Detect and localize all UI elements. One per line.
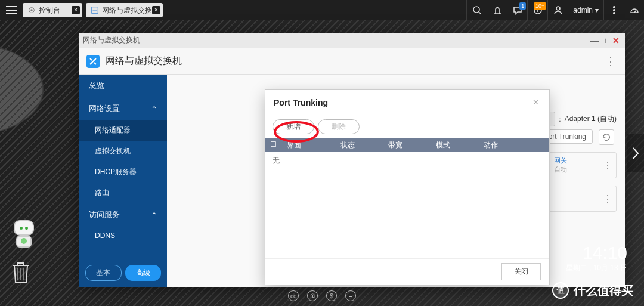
sidebar: 总览 网络设置⌄ 网络适配器 虚拟交换机 DHCP服务器 路由 访问服务⌄ DD… (79, 75, 167, 287)
mode-advanced-button[interactable]: 高级 (125, 265, 162, 281)
more-icon[interactable] (603, 0, 624, 20)
clock-time: 14:10 (566, 243, 627, 263)
gear-icon (27, 6, 36, 14)
nd-icon: = (345, 290, 356, 301)
dashboard-icon[interactable] (624, 0, 644, 20)
minimize-icon[interactable]: — (519, 98, 530, 107)
col-interface: 界面 (282, 138, 336, 152)
delete-button[interactable]: 删除 (318, 119, 360, 134)
card-subtitle: 自动 (554, 165, 567, 174)
adapter-label: Adapter 1 (自动) (565, 114, 617, 124)
sidebar-item-dhcp[interactable]: DHCP服务器 (79, 162, 167, 183)
svg-point-3 (473, 7, 479, 13)
refresh-icon[interactable] (599, 129, 614, 145)
sidebar-item-ddns[interactable]: DDNS (79, 226, 167, 245)
taskbar-tray: 1 10+ admin ▾ (466, 0, 644, 20)
app-icon (86, 55, 100, 68)
search-icon[interactable] (466, 0, 487, 20)
taskbar-tab-console[interactable]: 控制台 × (23, 3, 82, 17)
app-header: 网络与虚拟交换机 ⋮ (79, 48, 625, 75)
table-empty: 无 (265, 152, 549, 258)
svg-point-5 (556, 7, 560, 10)
dialog-toolbar: 新增 删除 (265, 115, 549, 138)
close-icon[interactable]: ✕ (611, 35, 621, 46)
checkbox-header[interactable]: ☐ (265, 138, 282, 152)
col-mode: 模式 (431, 138, 479, 152)
network-icon (91, 6, 99, 14)
by-icon: ① (307, 290, 318, 301)
clock-date: 星期二 , 10月 13 日 (566, 263, 627, 273)
app-title: 网络与虚拟交换机 (106, 55, 182, 67)
card-more-icon[interactable]: ⋮ (603, 160, 611, 171)
sidebar-group-network[interactable]: 网络设置⌄ (79, 97, 167, 120)
tab-label: 网络与虚拟交换... (102, 5, 158, 16)
close-icon[interactable]: × (152, 6, 160, 14)
updates-icon[interactable] (487, 0, 507, 20)
svg-point-6 (613, 7, 615, 8)
user-icon[interactable] (547, 0, 568, 20)
sidebar-group-access[interactable]: 访问服务⌄ (79, 203, 167, 226)
close-button[interactable]: 关闭 (501, 263, 541, 280)
add-button[interactable]: 新增 (273, 119, 314, 134)
info-icon[interactable]: 10+ (527, 0, 547, 20)
port-trunking-dialog: Port Trunking — ✕ 新增 删除 ☐ 界面 状态 带宽 模式 动作 (265, 89, 550, 285)
mode-basic-button[interactable]: 基本 (85, 265, 122, 281)
app-window: 网络与虚拟交换机 — + ✕ 网络与虚拟交换机 ⋮ 总览 网络设置⌄ 网络适配器… (79, 33, 625, 287)
minimize-icon[interactable]: — (589, 35, 600, 46)
desktop-clock: 14:10 星期二 , 10月 13 日 (566, 243, 627, 273)
app-more-icon[interactable]: ⋮ (603, 55, 618, 68)
desktop-dock (11, 220, 37, 283)
main-panel: 默认网关 : Adapter 1 (自动) + Port Trunking rl… (167, 75, 625, 287)
close-icon[interactable]: ✕ (530, 98, 541, 107)
svg-point-8 (613, 13, 615, 14)
cc-icon: cc (288, 290, 299, 301)
watermark-text: 什么值得买 (574, 283, 633, 299)
close-icon[interactable]: × (72, 6, 80, 14)
window-titlebar[interactable]: 网络与虚拟交换机 — + ✕ (79, 33, 625, 48)
col-status: 状态 (336, 138, 383, 152)
card-more-icon[interactable]: ⋮ (603, 193, 611, 205)
menu-icon[interactable] (0, 0, 23, 20)
sidebar-item-adapter[interactable]: 网络适配器 (79, 120, 167, 141)
trash-icon[interactable] (11, 259, 31, 283)
badge: 1 (519, 2, 526, 10)
sidebar-footer: 基本 高级 (79, 259, 167, 287)
sidebar-group-overview[interactable]: 总览 (79, 75, 167, 97)
tab-label: 控制台 (39, 5, 60, 16)
username-display[interactable]: admin ▾ (568, 0, 603, 20)
speech-icon[interactable]: 1 (507, 0, 527, 20)
maximize-icon[interactable]: + (600, 35, 611, 46)
assistant-icon[interactable] (11, 220, 37, 249)
dialog-title: Port Trunking (274, 98, 328, 107)
badge: 10+ (534, 2, 546, 10)
watermark: 值 什么值得买 (552, 282, 633, 299)
card-title: 网关 (554, 156, 567, 165)
col-action: 动作 (479, 138, 549, 152)
taskbar-tab-network[interactable]: 网络与虚拟交换... × (86, 3, 163, 17)
watermark-logo: 值 (552, 282, 569, 299)
svg-point-7 (613, 10, 615, 11)
table-header: ☐ 界面 状态 带宽 模式 动作 (265, 138, 549, 152)
chevron-up-icon: ⌄ (151, 211, 157, 220)
sidebar-item-vswitch[interactable]: 虚拟交换机 (79, 141, 167, 162)
next-arrow[interactable] (627, 134, 644, 172)
col-bandwidth: 带宽 (383, 138, 431, 152)
nc-icon: $ (326, 290, 337, 301)
footer-icons: cc ① $ = (288, 290, 356, 301)
taskbar: 控制台 × 网络与虚拟交换... × 1 10+ admin ▾ (0, 0, 644, 20)
sidebar-item-route[interactable]: 路由 (79, 183, 167, 203)
window-title: 网络与虚拟交换机 (83, 35, 140, 45)
chevron-down-icon: ▾ (595, 6, 599, 14)
chevron-up-icon: ⌄ (151, 104, 157, 113)
svg-point-1 (30, 9, 33, 11)
dialog-header[interactable]: Port Trunking — ✕ (265, 90, 549, 115)
